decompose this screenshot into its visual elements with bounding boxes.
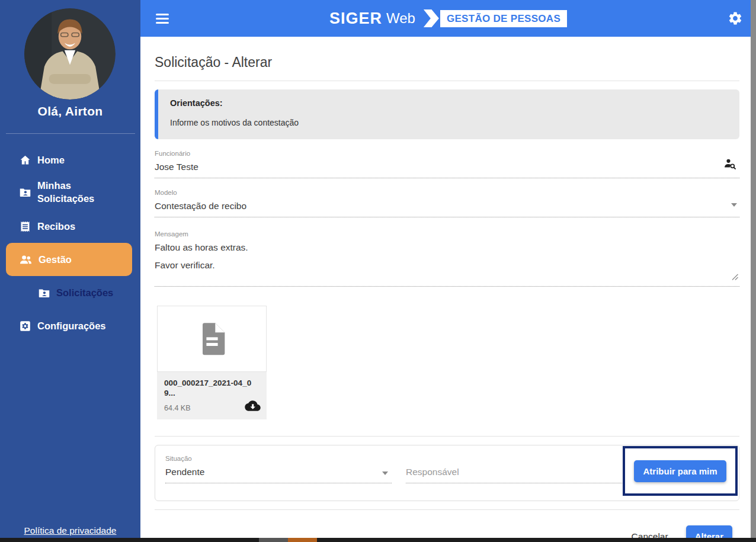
responsavel-input[interactable]: Responsável — [406, 455, 622, 483]
modelo-label: Modelo — [155, 189, 739, 197]
document-icon — [193, 320, 231, 358]
funcionario-field[interactable]: Funcionário Jose Teste — [155, 150, 739, 178]
module-badge: GESTÃO DE PESSOAS — [440, 10, 567, 27]
sidebar-item-label: Home — [37, 155, 65, 166]
dropdown-arrow-icon[interactable] — [731, 203, 737, 207]
people-icon — [19, 253, 33, 267]
sidebar-item-label: Solicitações — [56, 287, 113, 299]
sidebar-item-label: Recibos — [37, 221, 75, 232]
main-content: Solicitação - Alterar Orientações: Infor… — [140, 37, 756, 542]
sidebar-item-gestao[interactable]: Gestão — [6, 243, 132, 276]
modelo-select[interactable]: Modelo Contestação de recibo — [155, 189, 739, 217]
settings-square-icon — [19, 320, 31, 332]
window-right-border — [751, 0, 756, 542]
logo-secondary: Web — [386, 10, 415, 27]
sidebar-divider — [6, 133, 135, 134]
assign-highlight-outline: Atribuir para mim — [623, 446, 738, 496]
guidance-title: Orientações: — [170, 98, 729, 108]
sidebar-item-recibos[interactable]: Recibos — [0, 217, 140, 236]
situacao-label: Situação — [165, 455, 392, 463]
cloud-download-icon[interactable] — [245, 399, 261, 415]
sidebar-item-minhas-solicitacoes[interactable]: Minhas Solicitações — [0, 177, 140, 207]
title-divider — [155, 81, 739, 81]
sidebar-item-configuracoes[interactable]: Configurações — [0, 316, 140, 335]
avatar-photo — [24, 8, 116, 100]
attachment-card[interactable]: 000_000217_2021-04_09... 64.4 KB — [157, 306, 267, 419]
page-title: Solicitação - Alterar — [155, 53, 739, 71]
funcionario-value[interactable]: Jose Teste — [155, 161, 739, 178]
folder-user-icon — [19, 186, 31, 198]
sidebar-item-solicitacoes[interactable]: Solicitações — [0, 283, 140, 302]
mensagem-textarea[interactable]: Mensagem Faltou as horas extras. Favor v… — [155, 230, 739, 287]
mensagem-line2: Favor verificar. — [155, 259, 739, 271]
sidebar-item-label: Configurações — [37, 320, 106, 332]
resize-handle-icon[interactable] — [732, 272, 738, 283]
bottom-border-gray-segment — [259, 538, 288, 542]
app-window: Olá, Airton Home Minhas Solicitações — [0, 0, 756, 542]
sidebar: Olá, Airton Home Minhas Solicitações — [0, 0, 140, 542]
situacao-value[interactable]: Pendente — [165, 466, 392, 483]
responsavel-placeholder[interactable]: Responsável — [406, 466, 622, 483]
mensagem-value[interactable]: Faltou as horas extras. Favor verificar. — [155, 242, 739, 286]
avatar — [24, 8, 116, 100]
attachment-size: 64.4 KB — [164, 404, 190, 412]
bottom-border-orange-segment — [288, 538, 317, 542]
attachment-filename: 000_000217_2021-04_09... — [164, 378, 253, 398]
footer-divider — [155, 509, 739, 510]
sidebar-item-label: Gestão — [39, 254, 72, 265]
folder-user-icon — [38, 287, 50, 299]
situacao-select[interactable]: Situação Pendente — [165, 455, 392, 483]
chevron-right-icon — [424, 9, 439, 27]
mensagem-label: Mensagem — [155, 230, 739, 238]
dropdown-arrow-icon[interactable] — [382, 472, 388, 475]
sidebar-item-label: Minhas Solicitações — [37, 179, 126, 205]
attachment-meta: 000_000217_2021-04_09... 64.4 KB — [157, 372, 267, 419]
assign-to-me-button[interactable]: Atribuir para mim — [634, 460, 726, 482]
attachment-preview[interactable] — [157, 306, 267, 372]
user-greeting: Olá, Airton — [0, 104, 140, 118]
header: SIGER Web GESTÃO DE PESSOAS — [140, 0, 756, 37]
modelo-value[interactable]: Contestação de recibo — [155, 200, 739, 217]
home-icon — [19, 154, 31, 166]
logo-primary: SIGER — [329, 9, 382, 28]
sidebar-item-home[interactable]: Home — [0, 150, 140, 169]
guidance-text: Informe os motivos da contestação — [170, 118, 729, 127]
section-divider — [155, 436, 739, 437]
settings-gear-icon[interactable] — [728, 11, 743, 28]
privacy-policy-link[interactable]: Política de privacidade — [0, 525, 140, 536]
window-bottom-border — [0, 538, 756, 542]
guidance-box: Orientações: Informe os motivos da conte… — [155, 89, 739, 139]
app-logo: SIGER Web GESTÃO DE PESSOAS — [140, 0, 756, 37]
person-search-icon[interactable] — [723, 157, 737, 174]
funcionario-label: Funcionário — [155, 150, 739, 158]
mensagem-line1: Faltou as horas extras. — [155, 242, 739, 254]
assignment-card: Situação Pendente Responsável Atribuir p… — [155, 445, 739, 501]
responsavel-label-spacer — [406, 455, 622, 463]
receipt-icon — [19, 220, 31, 233]
